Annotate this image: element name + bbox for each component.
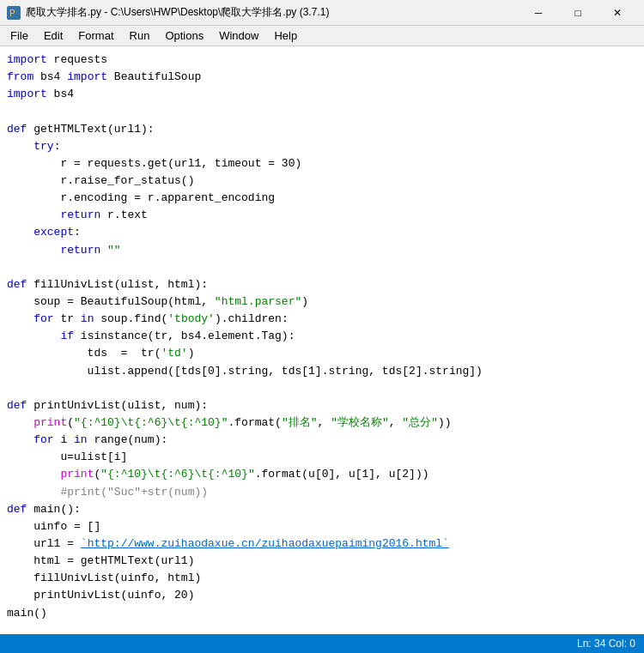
menu-window[interactable]: Window — [212, 27, 265, 44]
minimize-button[interactable]: ─ — [519, 0, 558, 26]
svg-text:P: P — [9, 9, 15, 18]
menu-run[interactable]: Run — [123, 27, 157, 44]
close-button[interactable]: ✕ — [598, 0, 637, 26]
window-title: 爬取大学排名.py - C:\Users\HWP\Desktop\爬取大学排名.… — [26, 5, 519, 20]
app-icon: P — [7, 6, 21, 20]
menu-options[interactable]: Options — [158, 27, 210, 44]
menu-format[interactable]: Format — [71, 27, 120, 44]
cursor-position: Ln: 34 Col: 0 — [577, 638, 635, 650]
code-content: import requests from bs4 import Beautifu… — [0, 50, 644, 624]
status-bar: Ln: 34 Col: 0 — [0, 634, 644, 653]
menu-edit[interactable]: Edit — [37, 27, 70, 44]
maximize-button[interactable]: □ — [558, 0, 598, 26]
menu-file[interactable]: File — [3, 27, 35, 44]
title-bar: P 爬取大学排名.py - C:\Users\HWP\Desktop\爬取大学排… — [0, 0, 644, 26]
menu-help[interactable]: Help — [267, 27, 304, 44]
window-controls: ─ □ ✕ — [519, 0, 637, 26]
code-editor[interactable]: import requests from bs4 import Beautifu… — [0, 46, 644, 634]
menu-bar: File Edit Format Run Options Window Help — [0, 26, 644, 46]
